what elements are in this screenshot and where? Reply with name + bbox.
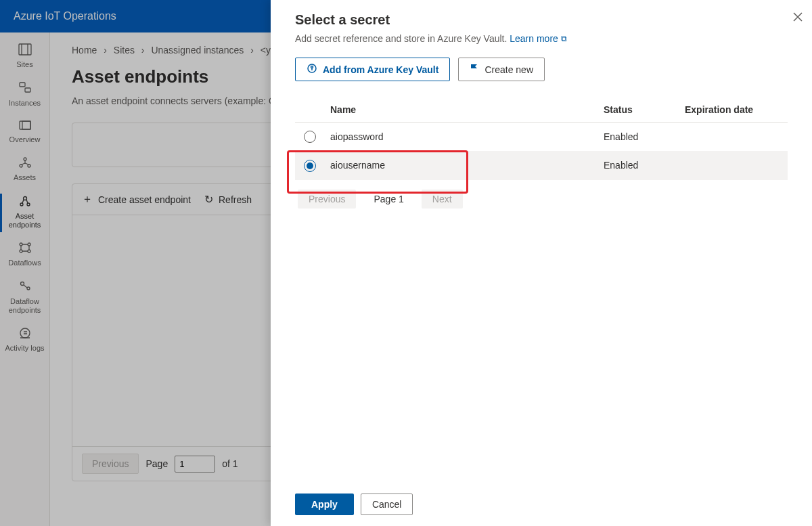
table-row[interactable]: aiousername Enabled bbox=[295, 151, 788, 179]
secret-expiration bbox=[679, 123, 788, 152]
add-from-key-vault-button[interactable]: Add from Azure Key Vault bbox=[295, 58, 450, 81]
secret-status: Enabled bbox=[598, 151, 679, 179]
panel-footer: Apply Cancel bbox=[295, 483, 788, 515]
secrets-table: Name Status Expiration date aiopassword … bbox=[295, 97, 788, 180]
cancel-button[interactable]: Cancel bbox=[361, 494, 413, 515]
radio-option[interactable] bbox=[304, 131, 316, 143]
close-icon bbox=[793, 12, 803, 22]
svg-point-19 bbox=[311, 66, 313, 68]
column-name: Name bbox=[325, 97, 598, 123]
panel-next-button[interactable]: Next bbox=[422, 190, 463, 209]
secret-name: aiousername bbox=[325, 151, 598, 179]
panel-description-text: Add secret reference and store in Azure … bbox=[295, 33, 507, 44]
table-row[interactable]: aiopassword Enabled bbox=[295, 123, 788, 152]
modal-scrim[interactable] bbox=[0, 0, 271, 526]
apply-button[interactable]: Apply bbox=[295, 494, 354, 515]
secret-expiration bbox=[679, 151, 788, 179]
panel-actions: Add from Azure Key Vault Create new bbox=[295, 58, 788, 81]
select-secret-panel: Select a secret Add secret reference and… bbox=[271, 0, 812, 526]
keyvault-icon bbox=[307, 63, 317, 76]
learn-more-link[interactable]: Learn more ⧉ bbox=[510, 33, 566, 44]
panel-pager: Previous Page 1 Next bbox=[295, 180, 788, 218]
column-radio bbox=[295, 97, 325, 123]
panel-page-current: Page 1 bbox=[363, 190, 414, 209]
external-link-icon: ⧉ bbox=[561, 34, 567, 43]
close-panel-button[interactable] bbox=[793, 12, 803, 24]
radio-option-selected[interactable] bbox=[304, 160, 316, 172]
panel-previous-button[interactable]: Previous bbox=[298, 190, 356, 209]
column-status: Status bbox=[598, 97, 679, 123]
column-expiration: Expiration date bbox=[679, 97, 788, 123]
panel-description: Add secret reference and store in Azure … bbox=[295, 33, 788, 44]
create-new-button[interactable]: Create new bbox=[458, 58, 545, 81]
flag-icon bbox=[470, 64, 479, 75]
panel-title: Select a secret bbox=[295, 12, 788, 28]
secret-status: Enabled bbox=[598, 123, 679, 152]
create-new-label: Create new bbox=[484, 64, 533, 75]
secret-name: aiopassword bbox=[325, 123, 598, 152]
add-from-key-vault-label: Add from Azure Key Vault bbox=[323, 64, 438, 75]
